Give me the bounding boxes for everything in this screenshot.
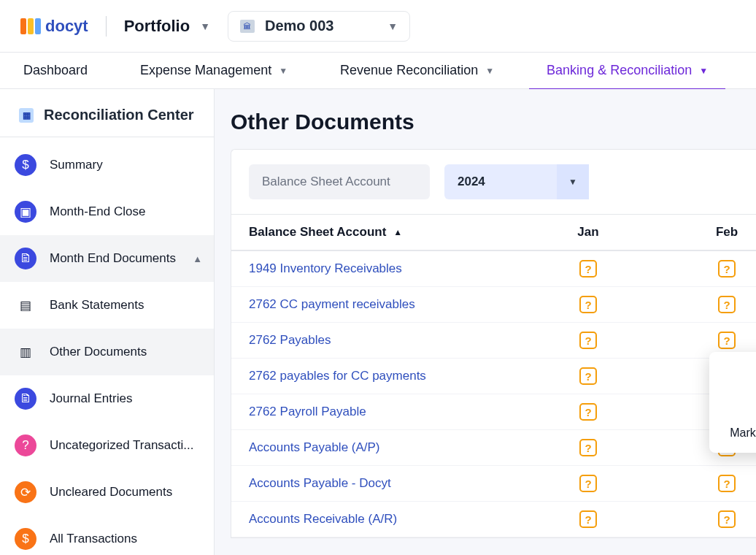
status-jan: ? <box>519 403 657 421</box>
building-icon: 🏛 <box>240 20 255 33</box>
transactions-icon: $ <box>15 528 36 550</box>
sidebar-item-label: Month End Documents <box>50 251 180 266</box>
status-jan: ? <box>519 332 657 349</box>
documents-icon: 🗎 <box>15 248 36 269</box>
caret-down-icon: ▼ <box>200 20 210 32</box>
account-filter-input[interactable]: Balance Sheet Account <box>249 164 430 199</box>
nav-business[interactable]: Bu <box>734 53 756 89</box>
status-missing-icon[interactable]: ? <box>579 403 597 421</box>
logo[interactable]: docyt <box>20 17 88 36</box>
sidebar-title: Reconciliation Center <box>44 107 194 123</box>
status-jan: ? <box>519 367 657 385</box>
sidebar-item-month-end-close[interactable]: ▣ Month-End Close <box>0 188 214 235</box>
topbar: docyt Portfolio ▼ 🏛 Demo 003 ▼ <box>0 0 756 53</box>
status-context-menu: Upload Document Request Document Mark as… <box>709 352 756 453</box>
portfolio-label: Portfolio <box>124 17 190 36</box>
divider <box>0 137 214 137</box>
status-missing-icon[interactable]: ? <box>718 475 736 492</box>
table-row: Accounts Payable (A/P)?? <box>231 430 756 466</box>
sidebar-item-label: Uncategorized Transacti... <box>50 438 202 453</box>
sidebar-item-uncleared[interactable]: ⟳ Uncleared Documents <box>0 469 214 516</box>
uncleared-icon: ⟳ <box>15 481 36 503</box>
status-missing-icon[interactable]: ? <box>718 296 736 313</box>
nav-label: Dashboard <box>23 63 88 78</box>
question-icon: ? <box>15 435 36 456</box>
table-row: Accounts Payable - Docyt?? <box>231 466 756 502</box>
status-jan: ? <box>519 260 657 278</box>
reconciliation-icon: ▦ <box>19 108 34 123</box>
status-missing-icon[interactable]: ? <box>718 332 736 349</box>
nav-dashboard[interactable]: Dashboard <box>23 53 114 89</box>
status-jan: ? <box>519 296 657 313</box>
status-missing-icon[interactable]: ? <box>579 332 597 349</box>
nav-label: Expense Management <box>140 63 271 78</box>
table-row: 1949 Inventory Receivables?? <box>231 251 756 287</box>
account-link[interactable]: 2762 payables for CC payments <box>231 369 519 383</box>
caret-down-icon: ▼ <box>485 66 494 76</box>
nav-banking-reconciliation[interactable]: Banking & Reconciliation▼ <box>520 53 734 89</box>
logo-icon <box>20 18 41 34</box>
status-missing-icon[interactable]: ? <box>579 475 597 492</box>
account-link[interactable]: 2762 CC payment receivables <box>231 297 519 312</box>
table-row: Accounts Receivable (A/R)?? <box>231 502 756 537</box>
business-select-left: 🏛 Demo 003 <box>240 18 334 34</box>
menu-request-document[interactable]: Request Document <box>709 387 756 418</box>
sidebar-item-bank-statements[interactable]: ▤ Bank Statements <box>0 282 214 329</box>
status-missing-icon[interactable]: ? <box>579 510 597 528</box>
menu-upload-document[interactable]: Upload Document <box>709 356 756 387</box>
table-row: 2762 CC payment receivables?? <box>231 287 756 323</box>
main: Other Documents Balance Sheet Account 20… <box>215 89 756 555</box>
body: ▦ Reconciliation Center $ Summary ▣ Mont… <box>0 89 756 555</box>
calendar-icon: ▣ <box>15 201 36 223</box>
status-feb: ? <box>657 296 756 313</box>
status-feb: ? <box>657 332 756 349</box>
status-feb: ? <box>657 475 756 492</box>
nav-revenue-reconciliation[interactable]: Revenue Reconciliation▼ <box>314 53 520 89</box>
sidebar-item-label: All Transactions <box>50 532 202 546</box>
account-link[interactable]: Accounts Payable - Docyt <box>231 476 519 491</box>
caret-down-icon: ▼ <box>279 66 288 76</box>
col-account-label: Balance Sheet Account <box>249 225 386 240</box>
sidebar-item-uncategorized[interactable]: ? Uncategorized Transacti... <box>0 422 214 469</box>
status-missing-icon[interactable]: ? <box>718 260 736 278</box>
sidebar-header: ▦ Reconciliation Center <box>0 89 214 137</box>
col-feb-header[interactable]: Feb <box>657 225 756 240</box>
account-link[interactable]: 2762 Payables <box>231 333 519 348</box>
caret-down-icon: ▼ <box>387 20 398 32</box>
sidebar-item-label: Bank Statements <box>50 298 202 313</box>
sort-asc-icon: ▲ <box>393 227 402 237</box>
table-row: 2762 Payroll Payable?? <box>231 394 756 430</box>
status-missing-icon[interactable]: ? <box>579 439 597 456</box>
divider <box>106 16 107 37</box>
account-link[interactable]: 2762 Payroll Payable <box>231 405 519 419</box>
account-link[interactable]: Accounts Receivable (A/R) <box>231 512 519 527</box>
sidebar-item-journal-entries[interactable]: 🗎 Journal Entries <box>0 375 214 422</box>
status-missing-icon[interactable]: ? <box>579 260 597 278</box>
year-caret-box: ▼ <box>557 164 589 199</box>
status-feb: ? <box>657 260 756 278</box>
col-jan-header[interactable]: Jan <box>519 225 657 240</box>
status-missing-icon[interactable]: ? <box>579 296 597 313</box>
business-select[interactable]: 🏛 Demo 003 ▼ <box>228 11 410 42</box>
business-name: Demo 003 <box>265 18 334 34</box>
year-select[interactable]: 2024 ▼ <box>444 164 589 199</box>
col-account-header[interactable]: Balance Sheet Account ▲ <box>231 225 519 240</box>
nav-expense-management[interactable]: Expense Management▼ <box>114 53 314 89</box>
status-missing-icon[interactable]: ? <box>579 367 597 385</box>
sidebar-item-all-transactions[interactable]: $ All Transactions <box>0 516 214 555</box>
account-link[interactable]: Accounts Payable (A/P) <box>231 440 519 455</box>
menu-mark-no-document[interactable]: Mark as 'No Document Available' <box>709 418 756 448</box>
sidebar-item-other-documents[interactable]: ▥ Other Documents <box>0 329 214 375</box>
nav-label: Revenue Reconciliation <box>340 63 478 78</box>
filter-placeholder: Balance Sheet Account <box>262 175 390 189</box>
status-missing-icon[interactable]: ? <box>718 510 736 528</box>
table-header: Balance Sheet Account ▲ Jan Feb <box>231 215 756 251</box>
portfolio-dropdown[interactable]: Portfolio ▼ <box>124 17 210 36</box>
sidebar-item-summary[interactable]: $ Summary <box>0 142 214 188</box>
status-jan: ? <box>519 510 657 528</box>
nav-label: Banking & Reconciliation <box>547 63 692 78</box>
table-row: 2762 payables for CC payments?? <box>231 359 756 394</box>
main-nav: Dashboard Expense Management▼ Revenue Re… <box>0 53 756 89</box>
sidebar-item-month-end-documents[interactable]: 🗎 Month End Documents ▲ <box>0 235 214 282</box>
account-link[interactable]: 1949 Inventory Receivables <box>231 261 519 276</box>
